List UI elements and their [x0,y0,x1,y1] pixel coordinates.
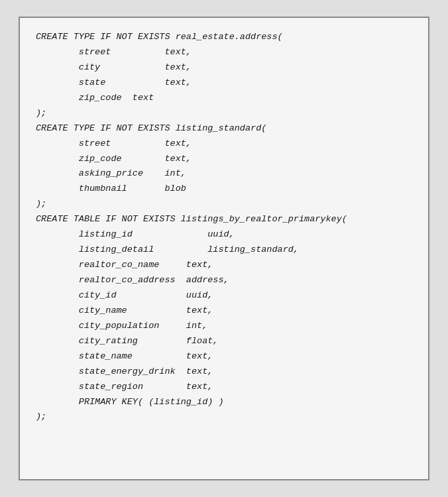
code-line: CREATE TYPE IF NOT EXISTS listing_standa… [36,121,412,137]
code-line: CREATE TYPE IF NOT EXISTS real_estate.ad… [36,30,412,45]
code-line: city_name text, [36,304,412,319]
code-line: listing_detail listing_standard, [36,243,412,258]
code-line: CREATE TABLE IF NOT EXISTS listings_by_r… [36,212,412,227]
code-line: zip_code text, [36,152,412,167]
code-line: ); [36,197,412,212]
code-line: realtor_co_name text, [36,258,412,273]
code-line: state_energy_drink text, [36,364,412,380]
code-line: listing_id uuid, [36,227,412,243]
code-line: realtor_co_address address, [36,273,412,288]
code-line: state_name text, [36,349,412,364]
code-line: street text, [36,137,412,152]
code-line: city_id uuid, [36,288,412,304]
code-line: asking_price int, [36,166,412,182]
code-line: state_region text, [36,380,412,395]
code-block: CREATE TYPE IF NOT EXISTS real_estate.ad… [19,17,429,480]
code-line: state text, [36,76,412,91]
code-line: city text, [36,60,412,76]
code-line: ); [36,106,412,121]
code-line: street text, [36,45,412,60]
code-line: PRIMARY KEY( (listing_id) ) [36,395,412,410]
code-line: city_population int, [36,319,412,334]
code-line: ); [36,410,412,425]
code-line: zip_code text [36,91,412,106]
code-line: thumbnail blob [36,182,412,197]
code-line: city_rating float, [36,334,412,349]
